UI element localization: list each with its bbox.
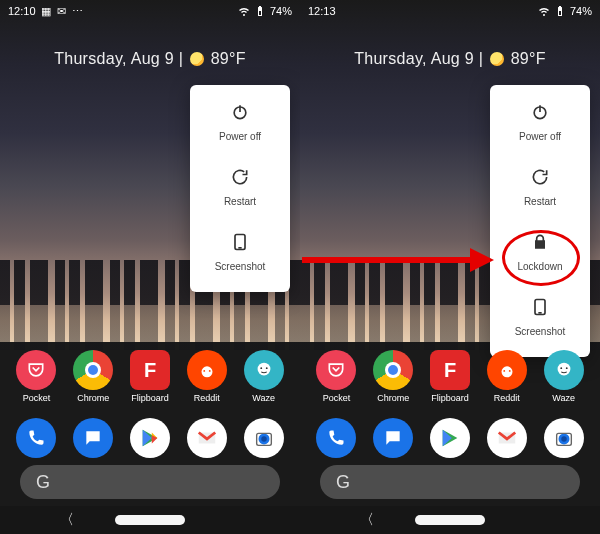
app-label: Flipboard — [431, 393, 469, 403]
app-row-1: Pocket Chrome FFlipboard Reddit Waze — [0, 350, 300, 403]
app-pocket[interactable]: Pocket — [10, 350, 62, 403]
app-gmail[interactable] — [481, 418, 533, 458]
app-camera[interactable] — [238, 418, 290, 458]
power-menu-label: Screenshot — [215, 261, 266, 272]
nav-back-button[interactable]: 〈 — [60, 511, 74, 529]
search-pill[interactable]: G — [20, 465, 280, 499]
svg-point-19 — [509, 370, 511, 372]
messages-icon — [73, 418, 113, 458]
restart-button[interactable]: Restart — [190, 156, 290, 221]
weather-icon — [490, 52, 504, 66]
app-flipboard[interactable]: FFlipboard — [124, 350, 176, 403]
app-row-1: Pocket Chrome FFlipboard Reddit Waze — [300, 350, 600, 403]
app-play[interactable] — [424, 418, 476, 458]
lock-icon — [530, 235, 550, 255]
svg-point-18 — [503, 370, 505, 372]
messages-icon — [373, 418, 413, 458]
app-chrome[interactable]: Chrome — [367, 350, 419, 403]
reddit-icon — [487, 350, 527, 390]
app-play[interactable] — [124, 418, 176, 458]
app-label: Chrome — [77, 393, 109, 403]
svg-point-11 — [261, 436, 267, 442]
phone-icon — [16, 418, 56, 458]
temp-text: 89°F — [211, 50, 246, 67]
app-reddit[interactable]: Reddit — [481, 350, 533, 403]
temp-text: 89°F — [511, 50, 546, 67]
svg-point-24 — [561, 436, 567, 442]
power-menu: Power off Restart Screenshot — [190, 85, 290, 292]
pocket-icon — [316, 350, 356, 390]
app-phone[interactable] — [310, 418, 362, 458]
restart-button[interactable]: Restart — [490, 156, 590, 221]
power-off-button[interactable]: Power off — [490, 91, 590, 156]
search-pill[interactable]: G — [320, 465, 580, 499]
app-row-dock — [0, 418, 300, 458]
google-icon: G — [332, 471, 354, 493]
svg-point-8 — [260, 367, 262, 369]
power-menu-label: Screenshot — [515, 326, 566, 337]
play-icon — [130, 418, 170, 458]
waze-icon — [544, 350, 584, 390]
status-bar: 12:10 ▦ ✉ ⋯ 74% — [0, 0, 300, 22]
app-label: Pocket — [323, 393, 351, 403]
app-messages[interactable] — [67, 418, 119, 458]
screenshot-button[interactable]: Screenshot — [490, 286, 590, 351]
app-pocket[interactable]: Pocket — [310, 350, 362, 403]
app-camera[interactable] — [538, 418, 590, 458]
status-battery: 74% — [270, 5, 292, 17]
waze-icon — [244, 350, 284, 390]
screenshot-button[interactable]: Screenshot — [190, 221, 290, 286]
app-waze[interactable]: Waze — [538, 350, 590, 403]
flipboard-icon: F — [130, 350, 170, 390]
phone-left: 12:10 ▦ ✉ ⋯ 74% Thursday, Aug 9 | 89°F P… — [0, 0, 300, 534]
svg-point-20 — [557, 363, 570, 376]
annotation-arrow — [302, 250, 502, 270]
restart-icon — [530, 170, 550, 190]
nav-home-pill[interactable] — [415, 515, 485, 525]
wifi-icon — [238, 5, 250, 17]
power-menu-label: Lockdown — [517, 261, 562, 272]
app-waze[interactable]: Waze — [238, 350, 290, 403]
notif-icon: ⋯ — [72, 5, 84, 17]
app-gmail[interactable] — [181, 418, 233, 458]
app-label: Waze — [552, 393, 575, 403]
svg-point-21 — [560, 367, 562, 369]
nav-back-button[interactable]: 〈 — [360, 511, 374, 529]
play-icon — [430, 418, 470, 458]
camera-icon — [544, 418, 584, 458]
app-label: Chrome — [377, 393, 409, 403]
svg-point-7 — [257, 363, 270, 376]
app-label: Pocket — [23, 393, 51, 403]
svg-point-22 — [565, 367, 567, 369]
phone-right: 12:13 74% Thursday, Aug 9 | 89°F Power o… — [300, 0, 600, 534]
app-row-dock — [300, 418, 600, 458]
lockdown-button[interactable]: Lockdown — [490, 221, 590, 286]
status-time: 12:10 — [8, 5, 36, 17]
app-messages[interactable] — [367, 418, 419, 458]
app-flipboard[interactable]: FFlipboard — [424, 350, 476, 403]
app-phone[interactable] — [10, 418, 62, 458]
phone-icon — [316, 418, 356, 458]
restart-icon — [230, 170, 250, 190]
app-reddit[interactable]: Reddit — [181, 350, 233, 403]
battery-icon — [254, 5, 266, 17]
app-chrome[interactable]: Chrome — [67, 350, 119, 403]
date-text: Thursday, Aug 9 — [54, 50, 174, 67]
date-weather[interactable]: Thursday, Aug 9 | 89°F — [300, 50, 600, 68]
camera-icon — [244, 418, 284, 458]
battery-icon — [554, 5, 566, 17]
flipboard-icon: F — [430, 350, 470, 390]
app-label: Reddit — [494, 393, 520, 403]
google-icon: G — [32, 471, 54, 493]
date-text: Thursday, Aug 9 — [354, 50, 474, 67]
app-label: Waze — [252, 393, 275, 403]
app-label: Flipboard — [131, 393, 169, 403]
nav-home-pill[interactable] — [115, 515, 185, 525]
screenshot-icon — [230, 235, 250, 255]
nav-bar: 〈 — [0, 506, 300, 534]
power-off-button[interactable]: Power off — [190, 91, 290, 156]
svg-point-5 — [203, 370, 205, 372]
power-menu: Power off Restart Lockdown Screenshot — [490, 85, 590, 357]
date-weather[interactable]: Thursday, Aug 9 | 89°F — [0, 50, 300, 68]
notif-icon: ✉ — [56, 5, 68, 17]
